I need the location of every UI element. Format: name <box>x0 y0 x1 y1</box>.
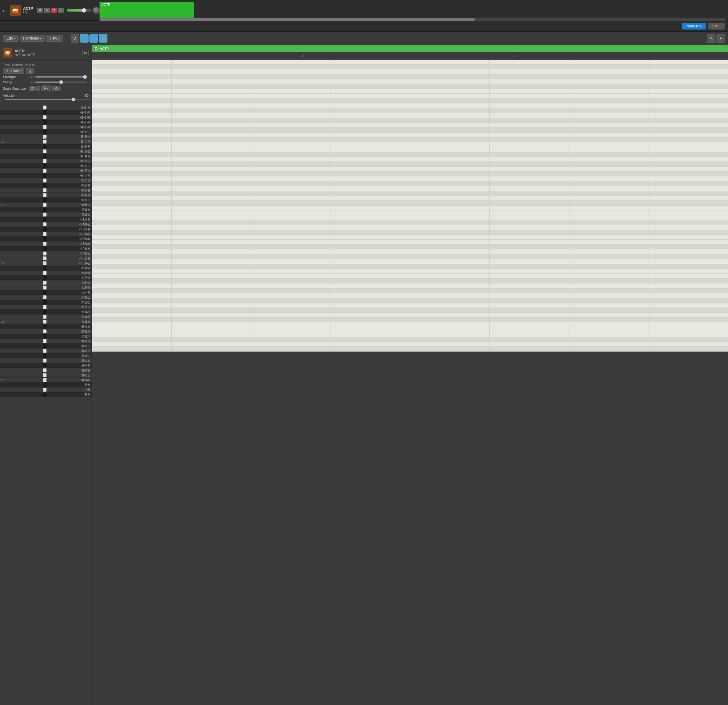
grid-row[interactable] <box>92 284 728 288</box>
key-visual[interactable] <box>43 310 46 314</box>
key-visual[interactable] <box>43 159 46 163</box>
key-visual[interactable] <box>43 115 46 119</box>
key-visual[interactable] <box>43 285 46 290</box>
scale-q-button[interactable]: Q <box>52 86 61 91</box>
solo-button[interactable]: S <box>44 8 50 13</box>
grid-row[interactable] <box>92 317 728 322</box>
key-visual[interactable] <box>43 383 46 387</box>
key-visual[interactable] <box>43 193 46 197</box>
grid-row[interactable] <box>92 337 728 342</box>
grid-row[interactable] <box>92 225 728 230</box>
grid-row[interactable] <box>92 313 728 317</box>
grid-row[interactable] <box>92 128 728 133</box>
grid-row[interactable] <box>92 113 728 118</box>
grid-row[interactable] <box>92 245 728 249</box>
key-visual[interactable] <box>43 290 46 294</box>
grid-row[interactable] <box>92 240 728 245</box>
note-grid[interactable] <box>92 60 728 705</box>
key-visual[interactable] <box>43 222 46 226</box>
key-visual[interactable] <box>43 266 46 270</box>
input-button[interactable]: I <box>58 8 64 13</box>
grid-row[interactable] <box>92 142 728 147</box>
key-visual[interactable] <box>43 324 46 329</box>
merge-button[interactable] <box>90 34 98 43</box>
key-visual[interactable] <box>43 373 46 377</box>
grid-row[interactable] <box>92 123 728 128</box>
grid-row[interactable] <box>92 196 728 201</box>
grid-row[interactable] <box>92 259 728 264</box>
key-visual[interactable] <box>43 247 46 251</box>
key-visual[interactable] <box>43 135 46 139</box>
grid-row[interactable] <box>92 60 728 65</box>
grid-row[interactable] <box>92 69 728 74</box>
key-visual[interactable] <box>43 218 46 221</box>
key-visual[interactable] <box>43 393 46 396</box>
grid-row[interactable] <box>92 288 728 293</box>
key-visual[interactable] <box>43 334 46 338</box>
key-visual[interactable] <box>43 179 46 183</box>
scrollbar-thumb[interactable] <box>100 18 475 21</box>
grid-row[interactable] <box>92 322 728 327</box>
key-visual[interactable] <box>43 154 46 158</box>
key-visual[interactable] <box>43 320 46 324</box>
key-visual[interactable] <box>43 174 46 177</box>
grid-row[interactable] <box>92 157 728 162</box>
grid-row[interactable] <box>92 84 728 89</box>
grid-row[interactable] <box>92 79 728 84</box>
dropdown-button[interactable]: ▾ <box>716 34 725 43</box>
grid-row[interactable] <box>92 264 728 269</box>
score-button[interactable]: Sco... <box>708 23 725 29</box>
volume-knob[interactable] <box>82 8 86 13</box>
key-visual[interactable] <box>43 183 46 187</box>
grid-row[interactable] <box>92 133 728 137</box>
grid-row[interactable] <box>92 230 728 235</box>
velocity-slider[interactable] <box>5 99 90 100</box>
key-visual[interactable] <box>43 354 46 358</box>
key-visual[interactable] <box>43 281 46 285</box>
key-visual[interactable] <box>43 257 46 260</box>
key-visual[interactable] <box>43 315 46 319</box>
grid-row[interactable] <box>92 327 728 332</box>
grid-row[interactable] <box>92 147 728 152</box>
grid-row[interactable] <box>92 274 728 278</box>
note-value-select[interactable]: 1/16 Note ▾ <box>3 68 25 74</box>
green-region[interactable]: ACTP <box>100 2 194 18</box>
functions-menu-button[interactable]: Functions ▾ <box>20 35 45 42</box>
grid-row[interactable] <box>92 254 728 259</box>
grid-row[interactable] <box>92 206 728 210</box>
grid-row[interactable] <box>92 303 728 308</box>
key-visual[interactable] <box>43 359 46 363</box>
grid-row[interactable] <box>92 342 728 347</box>
key-visual[interactable] <box>43 349 46 353</box>
volume-bar[interactable] <box>67 9 91 12</box>
key-visual[interactable] <box>43 140 46 144</box>
key-visual[interactable] <box>43 378 46 382</box>
grid-row[interactable] <box>92 249 728 254</box>
key-visual[interactable] <box>43 232 46 236</box>
grid-row[interactable] <box>92 347 728 352</box>
scale-n-button[interactable]: N♭ <box>41 85 51 91</box>
grid-row[interactable] <box>92 172 728 176</box>
cursor-tool-button[interactable]: ↖ <box>707 34 715 43</box>
key-visual[interactable] <box>43 329 46 333</box>
grid-row[interactable] <box>92 118 728 123</box>
key-visual[interactable] <box>43 203 46 207</box>
key-visual[interactable] <box>43 388 46 392</box>
key-visual[interactable] <box>43 198 46 202</box>
velocity-thumb[interactable] <box>72 98 75 101</box>
key-visual[interactable] <box>43 110 46 114</box>
grid-row[interactable] <box>92 137 728 142</box>
key-visual[interactable] <box>43 208 46 212</box>
key-visual[interactable] <box>43 120 46 124</box>
grid-row[interactable] <box>92 98 728 104</box>
grid-row[interactable] <box>92 308 728 313</box>
key-visual[interactable] <box>43 130 46 134</box>
key-visual[interactable] <box>43 276 46 280</box>
key-visual[interactable] <box>43 227 46 231</box>
strength-thumb[interactable] <box>83 75 87 79</box>
grid-row[interactable] <box>92 162 728 167</box>
grid-row[interactable] <box>92 278 728 284</box>
grid-row[interactable] <box>92 201 728 206</box>
key-visual[interactable] <box>43 295 46 299</box>
grid-row[interactable] <box>92 104 728 108</box>
